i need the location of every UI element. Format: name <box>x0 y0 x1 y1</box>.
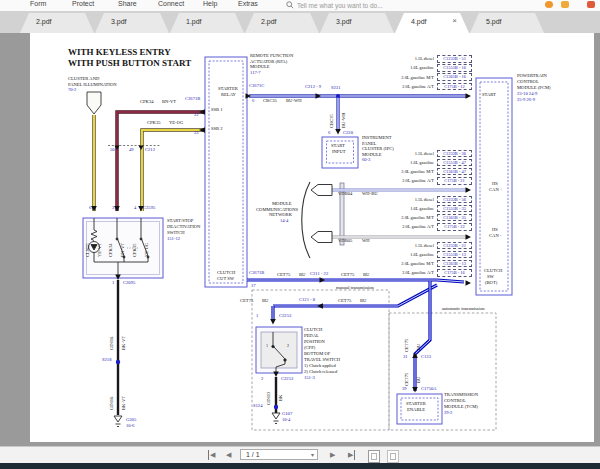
diagram-label: 6 <box>252 99 254 104</box>
diagram-label: START <box>482 93 496 98</box>
first-page-button[interactable]: ◀ <box>208 450 215 460</box>
diagram-label: 39 <box>402 387 407 392</box>
diagram-label: 1 <box>256 314 258 319</box>
diagram-label: automatic transmission <box>442 307 485 312</box>
diagram-label: CBC35 <box>263 99 277 104</box>
diagram-label: BN-VT <box>162 100 176 105</box>
connector-pin-box: C175B - 12 <box>437 83 472 91</box>
diagram-label: C133 <box>421 355 431 360</box>
diagram-label: C2253 <box>281 377 293 382</box>
engine-variant-label: 1.6L gasoline <box>374 206 434 211</box>
diagram-label: CLN55 <box>86 243 91 257</box>
diagram-label: YE-OG <box>169 121 183 126</box>
diagram-label: CET75 <box>240 299 253 304</box>
diagram-label: 1 <box>112 281 114 286</box>
ground-symbols <box>114 413 280 427</box>
diagram-label: C2095 <box>123 281 135 286</box>
diagram-label: C3671B <box>185 97 200 102</box>
diagram-label: BK-VT <box>122 396 127 410</box>
diagram-label: CPK34 <box>140 100 154 105</box>
diagram-label: C220 <box>343 131 353 136</box>
diagram-label: CAN - <box>489 234 501 239</box>
diagram-label: C2253 <box>279 314 291 319</box>
engine-variant-label: 1.5L diesel <box>374 243 434 248</box>
diagram-label: VDB04 <box>338 192 352 197</box>
diagram-label: 3 <box>112 206 114 211</box>
page-number-input[interactable]: 1 / 1 ▾ <box>240 449 318 460</box>
diagram-label: 17 <box>251 284 256 289</box>
engine-variant-label: 2.0L gasoline A/T <box>374 178 434 183</box>
diagram-label: RELAY <box>221 93 236 98</box>
connector-pin-box: C1361B - 35 <box>437 214 472 222</box>
wiring-diagram: .bx{fill:none;stroke:#5b5bd6;stroke-widt… <box>0 0 600 469</box>
diagram-label: BU-WH <box>286 99 302 104</box>
last-page-button[interactable]: ▶ <box>348 450 355 460</box>
diagram-label: C3671B <box>249 271 264 276</box>
diagram-label: GD116 <box>110 397 115 410</box>
previous-page-button[interactable]: ◀ <box>226 450 231 460</box>
diagram-label: BK-VT <box>122 336 127 350</box>
connector-pin-box: C175B - 16 <box>437 269 472 277</box>
diagram-label: YE-VT <box>98 243 103 257</box>
diagram-label: CET75 <box>341 273 354 278</box>
diagram-label: C121 - 8 <box>299 298 315 303</box>
diagram-label: CAN + <box>489 188 502 193</box>
connector-pin-box: C175B - 22 <box>437 223 472 231</box>
engine-variant-label: 2.0L gasoline A/T <box>374 270 434 275</box>
diagram-label: S218 <box>102 358 111 363</box>
diagram-label: CPK35 <box>147 121 161 126</box>
connector-pin-box: C1361B - 16 <box>437 73 472 81</box>
engine-variant-label: 2.0L gasoline M/T <box>374 261 434 266</box>
connector-pin-box: C1232B - 56 <box>437 196 472 204</box>
connector-pin-box: C1232B - 21 <box>437 242 472 250</box>
illumination-symbol <box>87 92 101 114</box>
page-indicator: 1 / 1 <box>246 451 260 458</box>
diagram-label: GD116 <box>110 337 115 350</box>
diagram-label: 151-3 <box>304 376 315 381</box>
connector-pin-box: C175B - 21 <box>437 177 472 185</box>
diagram-label: BU <box>299 273 305 278</box>
diagram-label: 14-4 <box>280 219 288 224</box>
diagram-label: VDB05 <box>338 239 352 244</box>
diagram-label: C3671C <box>249 84 264 89</box>
diagram-label: SSB 1 <box>211 108 223 113</box>
diagram-title-line2: WITH PUSH BUTTON START <box>68 59 191 68</box>
diagram-label: C211 - 22 <box>310 272 328 277</box>
diagram-label: 1 <box>266 344 268 348</box>
continuous-page-view-icon[interactable] <box>387 450 399 463</box>
diagram-label: CET75 <box>338 299 351 304</box>
single-page-view-icon[interactable] <box>368 450 380 463</box>
engine-variant-label: 2.0L gasoline M/T <box>374 75 434 80</box>
diagram-label: BU <box>363 273 369 278</box>
diagram-label: 4 <box>134 206 136 211</box>
diagram-title-line1: WITH KEYLESS ENTRY <box>68 48 171 57</box>
diagram-label: BU <box>262 299 268 304</box>
diagram-label: ENABLE <box>407 408 425 413</box>
diagram-label: (BOT) <box>485 281 497 286</box>
diagram-label: 50 <box>110 148 115 153</box>
diagram-label: 31 <box>403 355 408 360</box>
connector-pin-box: C1361B - 47 <box>437 168 472 176</box>
diagram-label: 2 <box>261 377 263 382</box>
diagram-label: 2 <box>287 344 289 348</box>
diagram-label: manual transmission <box>336 286 374 291</box>
diagram-label: CET75 <box>405 339 410 352</box>
diagram-label: BU <box>417 344 422 350</box>
next-page-button[interactable]: ▶ <box>330 450 335 460</box>
diagram-label: 117-7 <box>250 71 261 76</box>
connector-pin-box: C1551B - 16 <box>437 64 472 72</box>
diagram-label: GD113 <box>267 392 272 405</box>
diagram-label: C212 - 9 <box>305 85 321 90</box>
engine-variant-label: 1.6L gasoline <box>374 160 434 165</box>
engine-variant-label: 1.5L diesel <box>374 56 434 61</box>
connector-pin-box: C1551B - 35 <box>437 205 472 213</box>
diagram-label: 23 <box>194 131 199 136</box>
diagram-label: C1750A <box>421 387 437 392</box>
connector-pin-box: C1232B - 51 <box>437 55 472 63</box>
diagram-label: BU <box>360 299 366 304</box>
diagram-label: 151-12 <box>167 237 180 242</box>
diagram-label: YE-OG <box>145 243 150 257</box>
diagram-label: 49 <box>129 148 134 153</box>
diagram-label: 6 <box>328 131 330 136</box>
window-bottom-edge <box>0 463 600 469</box>
